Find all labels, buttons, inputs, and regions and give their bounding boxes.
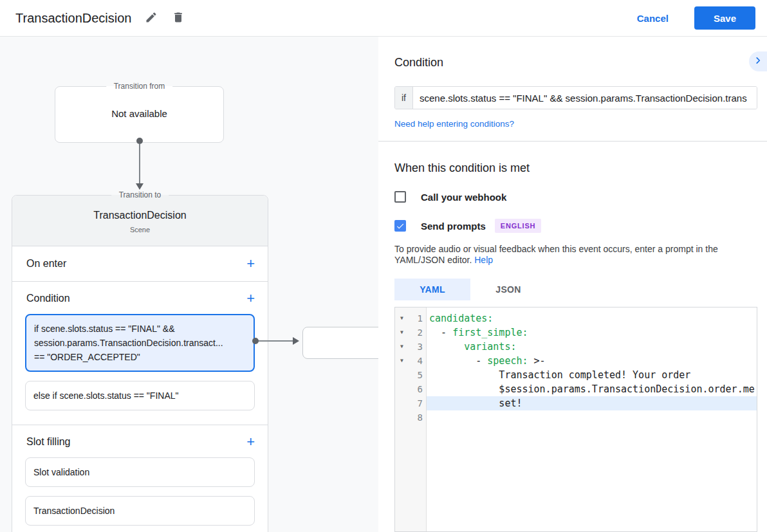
panel-divider (378, 141, 767, 142)
transition-to-card: Transition to TransactionDecision Scene … (12, 195, 268, 532)
fold-spacer (395, 396, 409, 410)
panel-title: Condition (394, 56, 757, 69)
condition-item-selected[interactable]: if scene.slots.status == "FINAL" && sess… (25, 314, 255, 372)
condition-input-row: if (394, 86, 757, 109)
slot-filling-label: Slot filling (26, 436, 70, 448)
collapse-panel-button[interactable] (749, 51, 767, 71)
scene-card-header: TransactionDecision Scene (12, 196, 268, 246)
if-prefix-label: if (395, 87, 413, 109)
fold-arrow-icon[interactable]: ▼ (395, 340, 409, 354)
condition-section: Condition + if scene.slots.status == "FI… (12, 282, 268, 425)
gutter-line: 6 (395, 382, 426, 396)
code-line[interactable]: - first_simple: (427, 326, 757, 340)
conditions-help-link[interactable]: Need help entering conditions? (394, 119, 514, 129)
send-prompts-checkbox[interactable] (394, 220, 406, 232)
gutter-line: 7 (395, 396, 426, 410)
fold-spacer (395, 410, 409, 425)
scene-flow-diagram: Transition from Not available Transition… (0, 37, 378, 532)
trash-icon (172, 11, 185, 26)
line-number: 2 (409, 326, 426, 340)
webhook-label: Call your webhook (421, 192, 506, 203)
page-title: TransactionDecision (15, 11, 131, 26)
fold-arrow-icon[interactable]: ▼ (395, 354, 409, 368)
editor-tabs: YAML JSON (394, 279, 757, 300)
code-line[interactable] (427, 410, 757, 425)
webhook-checkbox[interactable] (394, 191, 406, 203)
fold-arrow-icon[interactable]: ▼ (395, 326, 409, 340)
yaml-editor[interactable]: ▼1▼2▼3▼45678 candidates: - first_simple:… (394, 307, 757, 532)
editor-gutter: ▼1▼2▼3▼45678 (395, 307, 427, 531)
editor-code[interactable]: candidates: - first_simple: variants: - … (427, 307, 757, 531)
tab-json[interactable]: JSON (470, 279, 546, 300)
gutter-line: ▼3 (395, 340, 426, 354)
cancel-button[interactable]: Cancel (633, 12, 672, 24)
line-number: 5 (409, 368, 426, 382)
language-badge: ENGLISH (495, 219, 542, 233)
tab-yaml[interactable]: YAML (394, 279, 470, 300)
scene-name: TransactionDecision (12, 210, 268, 221)
gutter-line: ▼4 (395, 354, 426, 368)
fold-spacer (395, 382, 409, 396)
transition-to-label: Transition to (111, 190, 169, 199)
transition-from-box: Transition from Not available (55, 86, 224, 143)
line-number: 3 (409, 340, 426, 354)
delete-button[interactable] (171, 11, 185, 25)
chevron-right-icon (753, 56, 762, 67)
condition-connector-dot (252, 338, 259, 344)
save-button[interactable]: Save (694, 6, 755, 30)
condition-expression-input[interactable] (413, 87, 757, 109)
code-line[interactable]: - speech: >- (427, 354, 757, 368)
gutter-line: 8 (395, 410, 426, 425)
condition-item-else[interactable]: else if scene.slots.status == "FINAL" (25, 381, 255, 410)
top-bar: TransactionDecision Cancel Save (0, 0, 767, 37)
line-number: 4 (409, 354, 426, 368)
code-line[interactable]: candidates: (427, 311, 757, 326)
fold-arrow-icon[interactable]: ▼ (395, 311, 409, 326)
add-condition-button[interactable]: + (246, 292, 255, 305)
code-line[interactable]: Transaction completed! Your order (427, 368, 757, 382)
help-link[interactable]: Help (474, 255, 493, 265)
when-met-title: When this condition is met (394, 161, 757, 175)
condition-editor-panel: Condition if Need help entering conditio… (378, 37, 767, 532)
fold-spacer (395, 368, 409, 382)
gutter-line: ▼1 (395, 311, 426, 326)
on-enter-row: On enter + (12, 246, 268, 282)
gutter-line: ▼2 (395, 326, 426, 340)
transition-from-content: Not available (55, 108, 223, 119)
prompts-description: To provide audio or visual feedback when… (394, 244, 757, 266)
arrow-down-icon (136, 183, 143, 190)
check-icon (396, 221, 405, 231)
line-number: 1 (409, 311, 426, 326)
connector-dot (136, 138, 143, 144)
edit-button[interactable] (144, 11, 158, 25)
send-prompts-label: Send prompts (421, 221, 486, 232)
next-scene-box[interactable] (302, 327, 378, 359)
transition-from-label: Transition from (106, 82, 173, 91)
on-enter-label: On enter (26, 258, 66, 270)
send-prompts-row: Send prompts ENGLISH (394, 219, 757, 233)
line-number: 7 (409, 396, 426, 410)
line-number: 8 (409, 410, 426, 425)
connector-line (139, 144, 140, 183)
slot-transactiondecision-item[interactable]: TransactionDecision (25, 496, 255, 526)
gutter-line: 5 (395, 368, 426, 382)
scene-type: Scene (12, 226, 268, 234)
condition-section-label: Condition (26, 293, 70, 304)
add-slot-button[interactable]: + (246, 436, 255, 448)
webhook-row: Call your webhook (394, 191, 757, 203)
condition-connector-line (258, 340, 293, 342)
slot-validation-item[interactable]: Slot validation (25, 457, 255, 487)
code-line[interactable]: $session.params.TransactionDecision.orde… (427, 382, 757, 396)
pencil-icon (145, 11, 158, 26)
slot-filling-section: Slot filling + Slot validation Transacti… (12, 425, 268, 532)
code-line[interactable]: set! (427, 396, 757, 410)
add-on-enter-button[interactable]: + (246, 257, 255, 270)
arrow-right-icon (293, 337, 299, 345)
line-number: 6 (409, 382, 426, 396)
code-line[interactable]: variants: (427, 340, 757, 354)
